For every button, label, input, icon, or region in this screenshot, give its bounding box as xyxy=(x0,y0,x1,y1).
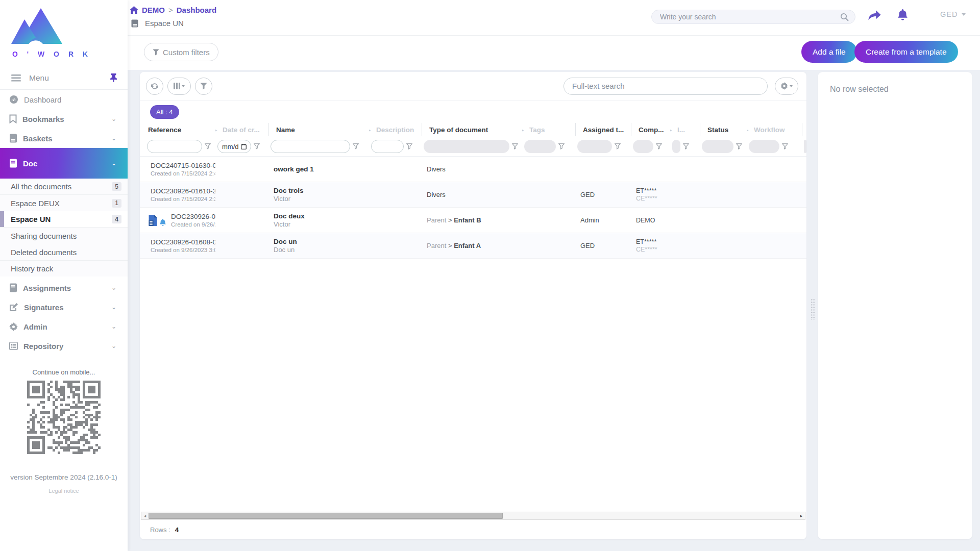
calendar-icon xyxy=(241,144,247,149)
sidebar-nav: Dashboard Bookmarks ⌄ Baskets ⌄ Doc ⌄ xyxy=(0,90,128,356)
funnel-icon[interactable] xyxy=(512,143,518,149)
table-filter-row: mm/d xyxy=(140,136,806,157)
document-name: Doc trois xyxy=(274,187,369,194)
table-row[interactable]: DOC230926-01608-0 Created on 9/26/2023 3… xyxy=(140,233,806,259)
count-badge: 1 xyxy=(112,199,121,208)
add-file-button[interactable]: Add a file xyxy=(801,41,857,63)
column-header-tags[interactable]: ▸Tags xyxy=(522,123,575,136)
column-header-y[interactable]: Y... xyxy=(802,123,806,136)
breadcrumb-root[interactable]: DEMO xyxy=(142,6,165,14)
column-header-date-of-creation[interactable]: ▸Date of cr... xyxy=(215,123,268,136)
chevron-down-icon xyxy=(962,13,966,16)
pin-sidebar-icon[interactable] xyxy=(110,73,117,82)
sub-item-label: Espace UN xyxy=(11,215,51,223)
scroll-right-arrow[interactable]: ▸ xyxy=(798,512,805,519)
table-row[interactable]: DOC240715-01630-0 Created on 7/15/2024 2… xyxy=(140,157,806,182)
actions-row: Custom filters Add a file Create from a … xyxy=(128,36,980,69)
sub-item-label: Sharing documents xyxy=(11,232,77,240)
create-from-template-button[interactable]: Create from a template xyxy=(854,41,958,63)
sidebar-item-assignments[interactable]: Assignments ⌄ xyxy=(0,278,128,297)
sidebar-item-espace-un[interactable]: Espace UN 4 xyxy=(0,211,128,228)
funnel-icon[interactable] xyxy=(683,143,689,149)
date-filter-input[interactable]: mm/d xyxy=(217,140,251,153)
horizontal-scrollbar[interactable]: ◂ ▸ xyxy=(141,512,805,520)
sidebar-item-history-track[interactable]: History track xyxy=(0,260,128,277)
panel-resize-handle[interactable] xyxy=(811,298,815,320)
column-header-assigned-to[interactable]: Assigned t... xyxy=(575,123,631,136)
column-header-comp[interactable]: Comp... xyxy=(631,123,670,136)
reference-filter-input[interactable] xyxy=(147,140,202,153)
user-menu[interactable]: GED xyxy=(940,10,966,18)
funnel-icon[interactable] xyxy=(205,143,211,149)
description-filter-input[interactable] xyxy=(371,140,404,153)
document-type: Divers xyxy=(427,191,446,198)
sidebar-item-repository[interactable]: Repository ⌄ xyxy=(0,336,128,356)
document-type: Divers xyxy=(427,165,446,173)
sidebar-item-espace-deux[interactable]: Espace DEUX 1 xyxy=(0,195,128,211)
funnel-icon[interactable] xyxy=(406,143,412,149)
column-expand-icon[interactable]: ▸ xyxy=(670,126,672,134)
column-header-status[interactable]: Status xyxy=(700,123,747,136)
column-expand-icon[interactable]: ▸ xyxy=(215,126,217,134)
home-icon[interactable] xyxy=(130,6,138,14)
menu-label: Menu xyxy=(29,73,49,83)
sidebar-item-deleted-documents[interactable]: Deleted documents xyxy=(0,244,128,260)
funnel-icon[interactable] xyxy=(782,143,788,149)
funnel-icon[interactable] xyxy=(656,143,662,149)
scroll-left-arrow[interactable]: ◂ xyxy=(141,512,149,519)
global-search[interactable] xyxy=(651,10,855,24)
funnel-icon[interactable] xyxy=(736,143,742,149)
funnel-icon[interactable] xyxy=(353,143,359,149)
table-row[interactable]: DOC230926-01609-0 Created on 9/26/2023 3… xyxy=(140,208,806,233)
sidebar-item-bookmarks[interactable]: Bookmarks ⌄ xyxy=(0,109,128,129)
sidebar-item-dashboard[interactable]: Dashboard xyxy=(0,90,128,109)
refresh-button[interactable] xyxy=(146,78,163,95)
name-filter-input[interactable] xyxy=(271,140,350,153)
column-expand-icon[interactable]: ▸ xyxy=(369,126,371,134)
sidebar-item-admin[interactable]: Admin ⌄ xyxy=(0,317,128,336)
fulltext-search[interactable] xyxy=(564,78,768,95)
column-header-type-of-document[interactable]: Type of document xyxy=(422,123,522,136)
scrollbar-thumb[interactable] xyxy=(149,513,503,519)
breadcrumb-current[interactable]: Dashboard xyxy=(177,6,216,14)
column-expand-icon[interactable]: ▸ xyxy=(747,126,749,134)
funnel-icon[interactable] xyxy=(615,143,621,149)
document-created: Created on 9/26/2023 3:08:43 AM xyxy=(151,247,215,253)
sidebar-item-sharing-documents[interactable]: Sharing documents xyxy=(0,228,128,244)
column-header-reference[interactable]: Reference xyxy=(145,123,215,136)
main-area: All : 4 Reference ▸Date of cr... Name ▸D… xyxy=(128,70,980,551)
filter-button[interactable] xyxy=(195,78,212,95)
column-header-name[interactable]: Name xyxy=(268,123,369,136)
repository-list-icon xyxy=(9,342,18,350)
table-toolbar xyxy=(140,72,806,101)
breadcrumb-zone: DEMO > Dashboard Espace UN xyxy=(128,0,980,36)
share-icon[interactable] xyxy=(868,10,881,21)
column-header-description[interactable]: ▸Description xyxy=(369,123,422,136)
breadcrumb: DEMO > Dashboard xyxy=(130,6,216,14)
table-settings-button[interactable] xyxy=(775,78,798,95)
sidebar-item-signatures[interactable]: Signatures ⌄ xyxy=(0,297,128,317)
global-search-input[interactable] xyxy=(660,13,840,21)
table-row[interactable]: DOC230926-01610-3 Created on 7/15/2024 2… xyxy=(140,182,806,208)
table-header-row: Reference ▸Date of cr... Name ▸Descripti… xyxy=(140,123,806,136)
mountain-logo-icon xyxy=(11,8,62,48)
column-header-i[interactable]: ▸I... xyxy=(670,123,700,136)
funnel-icon[interactable] xyxy=(254,143,260,149)
column-header-workflow[interactable]: ▸Workflow xyxy=(747,123,802,136)
sidebar-item-doc[interactable]: Doc ⌄ xyxy=(0,148,128,179)
columns-button[interactable] xyxy=(167,78,191,95)
fulltext-search-input[interactable] xyxy=(572,82,759,90)
sidebar-item-baskets[interactable]: Baskets ⌄ xyxy=(0,129,128,148)
sidebar-item-label: Signatures xyxy=(24,303,64,312)
legal-notice-link[interactable]: Legal notice xyxy=(0,488,128,494)
custom-filters-button[interactable]: Custom filters xyxy=(144,43,218,61)
y-filter-disabled xyxy=(804,140,806,153)
hamburger-icon[interactable] xyxy=(11,74,21,82)
all-filter-badge[interactable]: All : 4 xyxy=(150,105,179,119)
bell-icon[interactable] xyxy=(897,9,909,21)
sub-item-label: History track xyxy=(11,264,53,273)
funnel-icon[interactable] xyxy=(558,143,565,149)
search-icon[interactable] xyxy=(840,13,849,21)
sidebar-item-all-documents[interactable]: All the documents 5 xyxy=(0,179,128,195)
column-expand-icon[interactable]: ▸ xyxy=(522,126,524,134)
